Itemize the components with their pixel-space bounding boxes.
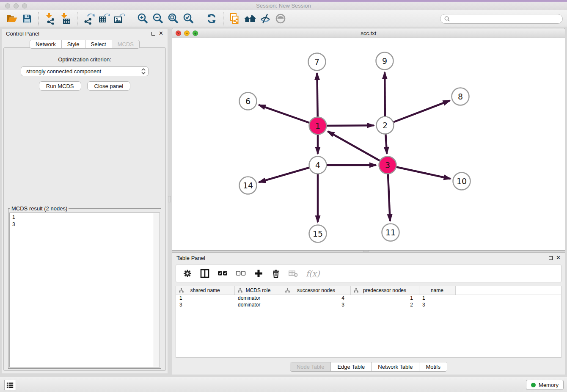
copy-network-icon[interactable] <box>227 11 242 26</box>
table-panel: Table Panel ✕ f(x) share <box>172 252 565 375</box>
edge-3-10[interactable] <box>388 165 451 179</box>
column-header-successor-nodes[interactable]: successor nodes <box>282 286 350 295</box>
tab-motifs[interactable]: Motifs <box>419 362 447 371</box>
tab-edge-table[interactable]: Edge Table <box>331 362 372 371</box>
table-cell[interactable]: 1 <box>350 295 419 301</box>
return-home-icon[interactable] <box>242 11 258 26</box>
node-label: 7 <box>314 57 319 66</box>
export-network-icon[interactable] <box>81 11 96 26</box>
show-all-icon[interactable] <box>273 11 288 26</box>
network-window-titlebar[interactable]: ✕ − ＋ scc.txt <box>172 28 565 38</box>
table-row[interactable]: 3dominator323 <box>176 301 561 308</box>
node-label: 8 <box>458 92 463 101</box>
function-builder-icon[interactable]: f(x) <box>306 267 320 280</box>
add-row-icon[interactable] <box>254 267 263 280</box>
tab-style[interactable]: Style <box>62 40 85 48</box>
table-cell[interactable]: 1 <box>419 295 455 301</box>
column-header-shared-name[interactable]: shared name <box>176 286 234 295</box>
table-cell[interactable]: 3 <box>176 301 234 308</box>
table-cell[interactable]: 2 <box>350 301 419 308</box>
edge-1-6[interactable] <box>259 105 318 126</box>
refresh-layout-icon[interactable] <box>204 11 219 26</box>
table-row[interactable]: 1dominator411 <box>176 295 561 301</box>
node-label: 1 <box>315 121 320 130</box>
table-cell[interactable]: dominator <box>234 301 282 308</box>
task-history-button[interactable] <box>4 380 16 390</box>
node-label: 4 <box>315 160 320 170</box>
zoom-out-icon[interactable] <box>150 11 165 26</box>
export-table-icon[interactable] <box>96 11 112 26</box>
column-sort-icon <box>238 288 242 293</box>
table-cell[interactable]: 3 <box>419 301 455 308</box>
node-label: 11 <box>385 228 396 237</box>
hide-selected-icon[interactable] <box>258 11 273 26</box>
column-header-predecessor-nodes[interactable]: predecessor nodes <box>350 286 419 295</box>
close-table-panel-icon[interactable]: ✕ <box>556 256 561 260</box>
control-panel-tabs: Network Style Select MCDS <box>30 40 140 49</box>
tab-select[interactable]: Select <box>85 40 112 48</box>
close-panel-button[interactable]: Close panel <box>87 81 131 91</box>
tab-node-table[interactable]: Node Table <box>290 362 331 371</box>
show-column-icon[interactable] <box>200 267 209 280</box>
mcds-result-text[interactable]: 13 <box>9 213 160 367</box>
column-header-name[interactable]: name <box>419 286 455 295</box>
memory-button[interactable]: Memory <box>526 380 564 390</box>
run-mcds-button[interactable]: Run MCDS <box>39 81 81 91</box>
delete-column-icon[interactable] <box>289 267 298 280</box>
result-scrollbar[interactable] <box>154 213 159 367</box>
table-cell-filler <box>455 301 561 308</box>
mcds-panel: Optimization criterion: strongly connect… <box>3 47 166 371</box>
main-toolbar <box>0 10 567 27</box>
mcds-result-title: MCDS result (2 nodes) <box>10 205 69 212</box>
table-cell[interactable]: 1 <box>176 295 234 301</box>
select-all-icon[interactable] <box>217 267 228 280</box>
memory-status-icon <box>531 383 536 387</box>
table-cell[interactable]: 3 <box>282 301 350 308</box>
zoom-fit-icon[interactable] <box>165 11 181 26</box>
tab-mcds[interactable]: MCDS <box>112 40 139 48</box>
close-panel-icon[interactable]: ✕ <box>159 31 163 36</box>
memory-label: Memory <box>539 382 559 388</box>
edge-3-1[interactable] <box>328 131 388 165</box>
mcds-result-group: MCDS result (2 nodes) 13 <box>8 205 161 369</box>
node-label: 9 <box>382 56 387 66</box>
import-network-icon[interactable] <box>43 11 58 26</box>
criterion-select[interactable]: strongly connected component <box>21 66 149 76</box>
delete-row-icon[interactable] <box>271 267 281 280</box>
select-stepper-icon <box>141 68 146 75</box>
node-label: 15 <box>313 229 323 238</box>
import-table-icon[interactable] <box>58 11 73 26</box>
table-cell[interactable]: dominator <box>234 295 282 301</box>
toolbar-separator <box>200 12 200 25</box>
table-tabs: Node Table Edge Table Network Table Moti… <box>290 362 447 372</box>
open-session-icon[interactable] <box>4 11 19 26</box>
column-sort-icon <box>179 288 184 293</box>
table-toolbar: f(x) <box>176 265 561 282</box>
network-canvas[interactable]: 1234678910111415 <box>172 38 565 250</box>
status-bar: Memory <box>0 377 567 392</box>
column-header-MCDS-role[interactable]: MCDS role <box>234 286 282 295</box>
zoom-selected-icon[interactable] <box>181 11 196 26</box>
network-view-window: ✕ − ＋ scc.txt 1234678910111415 <box>172 28 565 251</box>
zoom-in-icon[interactable] <box>135 11 150 26</box>
table-cell[interactable]: 4 <box>282 295 350 301</box>
node-table: shared nameMCDS rolesuccessor nodesprede… <box>176 286 561 308</box>
table-options-icon[interactable] <box>183 267 192 280</box>
float-table-panel-icon[interactable] <box>549 256 553 260</box>
node-label: 10 <box>457 177 467 186</box>
edge-2-8[interactable] <box>385 101 450 125</box>
tab-network[interactable]: Network <box>30 40 62 48</box>
deselect-all-icon[interactable] <box>236 267 246 280</box>
save-session-icon[interactable] <box>19 11 35 26</box>
toolbar-separator <box>39 12 39 25</box>
column-header-filler <box>455 286 561 295</box>
export-image-icon[interactable] <box>112 11 127 26</box>
tab-network-table[interactable]: Network Table <box>372 362 419 371</box>
float-panel-icon[interactable] <box>151 32 155 36</box>
node-label: 14 <box>243 181 253 190</box>
search-input[interactable] <box>450 15 562 23</box>
window-titlebar: Session: New Session <box>0 0 567 10</box>
node-label: 2 <box>383 121 388 130</box>
vertical-splitter-handle[interactable] <box>168 196 171 202</box>
search-field[interactable] <box>440 14 563 24</box>
